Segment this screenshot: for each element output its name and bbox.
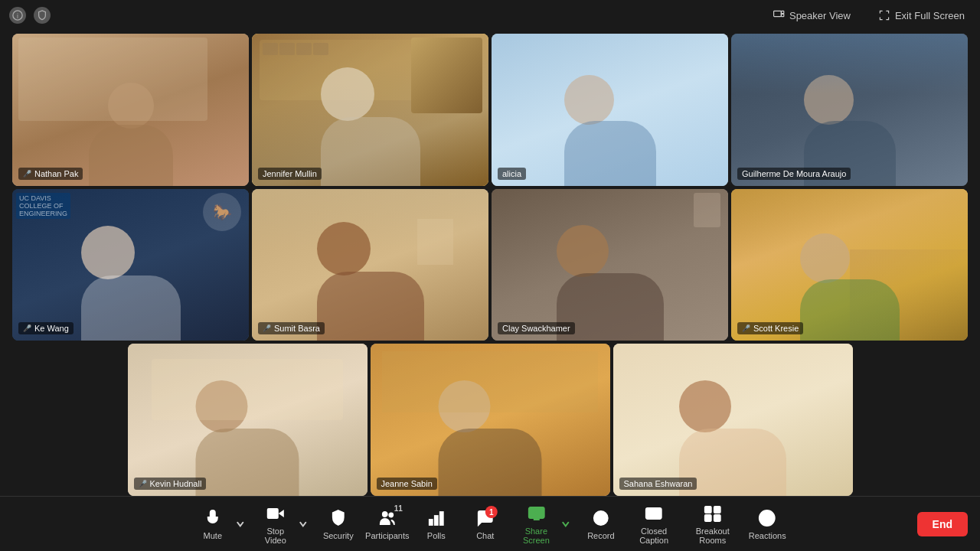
name-label-11: Sahana Eshwaran	[619, 478, 697, 490]
security-label: Security	[323, 531, 354, 540]
record-icon-wrap	[590, 507, 612, 529]
video-cell-sumit-basra: 🎤 Sumit Basra	[252, 189, 488, 341]
svg-rect-17	[714, 507, 720, 513]
video-cell-jennifer-mullin: Jennifer Mullin	[252, 34, 488, 186]
svg-rect-16	[705, 507, 711, 513]
mic-muted-icon-5: 🎤	[23, 324, 31, 332]
top-bar-right: Speaker View Exit Full Screen	[766, 6, 971, 24]
reactions-icon-wrap	[756, 507, 778, 529]
svg-rect-2	[774, 11, 782, 16]
name-label-8: 🎤 Scott Kresie	[737, 322, 803, 334]
share-screen-button[interactable]: Share Screen	[511, 498, 561, 549]
svg-rect-3	[782, 11, 784, 13]
emoji-icon	[758, 509, 776, 527]
svg-rect-5	[267, 508, 279, 519]
microphone-icon	[204, 509, 222, 527]
name-label-4: Guilherme De Moura Araujo	[737, 168, 851, 180]
record-label: Record	[587, 531, 614, 540]
exit-fullscreen-button[interactable]: Exit Full Screen	[872, 6, 971, 24]
video-camera-icon	[266, 504, 285, 523]
closed-caption-label: Closed Caption	[635, 527, 673, 545]
mic-muted-icon-8: 🎤	[742, 324, 750, 332]
closed-caption-button[interactable]: CC Closed Caption	[627, 498, 681, 549]
participants-count: 11	[394, 504, 403, 513]
video-cell-nathan-pak: 🎤 Nathan Pak	[12, 34, 249, 186]
name-label-2: Jennifer Mullin	[258, 168, 322, 180]
mute-label: Mute	[204, 531, 222, 540]
participants-button[interactable]: 11 Participants	[364, 503, 410, 545]
mic-muted-icon-1: 🎤	[23, 170, 31, 178]
chat-label: Chat	[476, 531, 494, 540]
share-screen-chevron[interactable]	[560, 517, 572, 532]
shield-lock-icon	[329, 509, 348, 527]
mute-icon-wrap	[202, 507, 224, 529]
video-chevron[interactable]	[297, 517, 309, 532]
svg-point-6	[383, 512, 387, 517]
stop-video-icon-wrap	[265, 503, 286, 524]
polls-label: Polls	[427, 531, 446, 540]
svg-rect-9	[435, 516, 438, 525]
video-row-2: 🐎 UC DAVISCOLLEGE OFENGINEERING 🎤 Ke Wan…	[12, 189, 968, 341]
end-button[interactable]: End	[917, 512, 968, 536]
name-label-9: 🎤 Kevin Hudnall	[134, 478, 207, 490]
record-button[interactable]: Record	[578, 503, 624, 545]
security-icon-wrap	[328, 507, 349, 529]
breakout-rooms-button[interactable]: Breakout Rooms	[684, 498, 741, 549]
video-cell-guilherme: Guilherme De Moura Araujo	[731, 34, 968, 186]
mute-chevron[interactable]	[234, 517, 247, 532]
cc-icon: CC	[645, 504, 663, 523]
name-label-1: 🎤 Nathan Pak	[18, 168, 83, 180]
video-row-1: 🎤 Nathan Pak Jennifer Mu	[12, 34, 968, 186]
share-screen-label: Share Screen	[519, 527, 554, 545]
breakout-rooms-label: Breakout Rooms	[691, 527, 733, 545]
svg-point-7	[389, 514, 393, 517]
video-grid: 🎤 Nathan Pak Jennifer Mu	[0, 31, 980, 496]
svg-text:CC: CC	[648, 511, 658, 518]
stop-video-button[interactable]: Stop Video	[253, 498, 299, 549]
toolbar: Mute Stop Video Security	[0, 496, 980, 551]
video-cell-jeanne-sabin: Jeanne Sabin	[371, 344, 610, 496]
participants-icon-wrap: 11	[377, 507, 398, 529]
shield-icon[interactable]	[34, 7, 51, 24]
name-label-5: 🎤 Ke Wang	[18, 322, 74, 334]
svg-rect-8	[430, 520, 433, 525]
speaker-view-button[interactable]: Speaker View	[766, 6, 857, 24]
exit-fullscreen-label: Exit Full Screen	[895, 10, 965, 21]
toolbar-center: Mute Stop Video Security	[190, 498, 790, 549]
svg-point-13	[599, 516, 603, 520]
svg-rect-19	[714, 515, 720, 521]
svg-rect-10	[440, 512, 443, 525]
security-button[interactable]: Security	[315, 503, 361, 545]
top-bar-left: i	[9, 7, 51, 24]
breakout-rooms-icon-wrap	[702, 503, 724, 524]
name-label-3: alicia	[498, 168, 526, 180]
mic-muted-icon-6: 🎤	[263, 324, 271, 332]
video-cell-clay-swackhamer: Clay Swackhamer	[492, 189, 728, 341]
name-label-7: Clay Swackhamer	[498, 322, 575, 334]
record-circle-icon	[592, 509, 610, 527]
stop-video-label: Stop Video	[260, 527, 291, 545]
chat-button[interactable]: 1 Chat	[462, 503, 508, 545]
speaker-view-label: Speaker View	[789, 10, 851, 21]
closed-caption-icon-wrap: CC	[643, 503, 665, 524]
reactions-label: Reactions	[749, 531, 786, 540]
toolbar-right: End	[917, 512, 968, 536]
mic-muted-icon-9: 🎤	[139, 480, 147, 487]
video-cell-ke-wang: 🐎 UC DAVISCOLLEGE OFENGINEERING 🎤 Ke Wan…	[12, 189, 249, 341]
share-screen-icon	[527, 504, 545, 523]
polls-bar-icon	[427, 509, 446, 527]
svg-rect-18	[705, 515, 711, 521]
chat-badge: 1	[485, 506, 498, 518]
chat-icon-wrap: 1	[475, 507, 496, 529]
reactions-button[interactable]: Reactions	[744, 503, 790, 545]
polls-button[interactable]: Polls	[413, 503, 459, 545]
video-cell-scott-kresie: 🎤 Scott Kresie	[731, 189, 968, 341]
share-screen-icon-wrap	[525, 503, 547, 524]
top-bar: i Speaker View Exit Full Screen	[0, 0, 980, 31]
mute-button[interactable]: Mute	[190, 503, 236, 545]
video-cell-alicia: alicia	[492, 34, 728, 186]
video-cell-sahana-eshwaran: Sahana Eshwaran	[613, 344, 853, 496]
polls-icon-wrap	[426, 507, 447, 529]
info-icon[interactable]: i	[9, 7, 26, 24]
svg-text:i: i	[17, 12, 18, 20]
